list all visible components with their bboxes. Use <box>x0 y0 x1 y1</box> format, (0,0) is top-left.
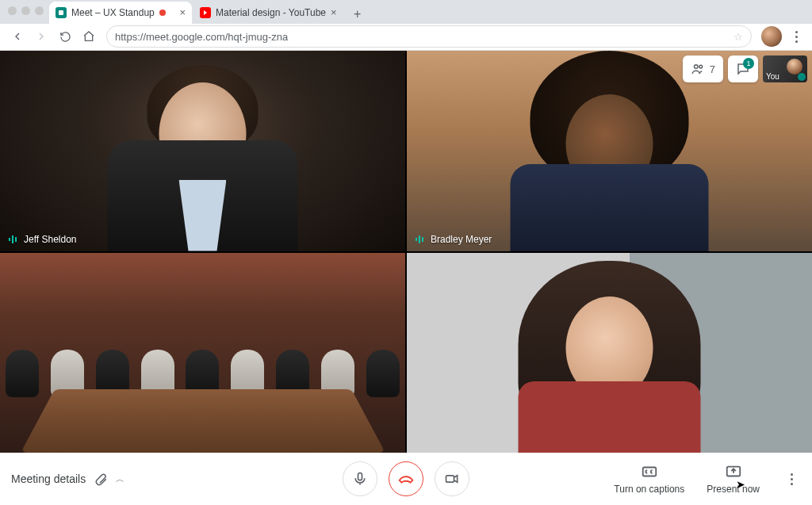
home-button[interactable] <box>78 25 100 48</box>
leave-call-button[interactable] <box>389 461 423 496</box>
reload-button[interactable] <box>54 25 76 48</box>
back-button[interactable] <box>6 25 29 48</box>
captions-button[interactable]: Turn on captions <box>614 463 684 495</box>
new-tab-button[interactable]: + <box>348 5 367 24</box>
browser-menu-button[interactable] <box>787 25 806 48</box>
svg-rect-3 <box>416 238 417 241</box>
participant-video <box>407 253 812 453</box>
speaking-indicator-icon <box>8 234 19 245</box>
tab-title: Material design - YouTube <box>216 7 326 18</box>
meeting-details-button[interactable]: Meeting details ︿ <box>11 472 124 486</box>
meeting-bottom-bar: Meeting details ︿ Turn on captions Prese… <box>0 453 812 505</box>
svg-rect-1 <box>12 235 13 243</box>
present-button[interactable]: Present now <box>707 463 760 495</box>
profile-avatar[interactable] <box>761 26 782 47</box>
participant-name: Jeff Sheldon <box>24 234 77 245</box>
microphone-icon <box>352 471 368 487</box>
call-controls <box>343 461 469 496</box>
svg-rect-9 <box>446 476 454 482</box>
participant-tile[interactable] <box>407 253 812 453</box>
close-window-icon[interactable] <box>8 6 17 15</box>
present-label: Present now <box>707 484 760 495</box>
video-grid: Jeff Sheldon Bradley Meyer 7 1 <box>0 51 812 453</box>
self-label: You <box>766 72 779 81</box>
chat-unread-badge: 1 <box>743 58 754 69</box>
participant-video <box>0 51 405 251</box>
right-controls: Turn on captions Present now <box>614 463 801 495</box>
participant-tile[interactable] <box>0 253 405 453</box>
meeting-hud: 7 1 You <box>683 55 807 82</box>
people-icon <box>691 62 705 76</box>
camera-icon <box>444 471 460 487</box>
tab-strip: Meet – UX Standup × Material design - Yo… <box>0 0 812 24</box>
attachment-icon <box>94 472 108 486</box>
speaking-indicator-icon <box>415 234 426 245</box>
svg-point-7 <box>699 65 703 68</box>
tab-meet[interactable]: Meet – UX Standup × <box>49 2 192 24</box>
youtube-favicon-icon <box>200 7 211 18</box>
participant-tile[interactable]: Jeff Sheldon <box>0 51 405 251</box>
meet-favicon-icon <box>56 7 67 18</box>
minimize-window-icon[interactable] <box>21 6 30 15</box>
svg-rect-10 <box>643 468 657 476</box>
svg-rect-5 <box>422 237 423 242</box>
participant-count: 7 <box>710 63 715 75</box>
participants-button[interactable]: 7 <box>683 55 723 82</box>
maximize-window-icon[interactable] <box>35 6 44 15</box>
chevron-up-icon: ︿ <box>116 473 124 485</box>
recording-indicator-icon <box>159 10 166 16</box>
url-text: https://meet.google.com/hqt-jmug-zna <box>115 31 288 43</box>
toggle-camera-button[interactable] <box>435 461 469 496</box>
tab-title: Meet – UX Standup <box>71 7 155 18</box>
svg-rect-0 <box>9 238 10 241</box>
svg-point-6 <box>694 65 698 69</box>
bookmark-star-icon[interactable]: ☆ <box>733 31 743 43</box>
closed-captions-icon <box>641 463 658 480</box>
svg-rect-2 <box>15 237 17 242</box>
chat-button[interactable]: 1 <box>728 55 758 82</box>
participant-name: Bradley Meyer <box>431 234 492 245</box>
svg-rect-4 <box>419 235 420 243</box>
browser-toolbar: https://meet.google.com/hqt-jmug-zna ☆ <box>0 24 812 50</box>
self-mic-indicator-icon <box>798 73 806 81</box>
meeting-details-label: Meeting details <box>11 472 86 485</box>
captions-label: Turn on captions <box>614 484 684 495</box>
self-view-thumbnail[interactable]: You <box>763 55 807 82</box>
forward-button[interactable] <box>30 25 52 48</box>
close-tab-icon[interactable]: × <box>179 6 186 18</box>
browser-chrome: Meet – UX Standup × Material design - Yo… <box>0 0 812 51</box>
participant-name-overlay: Jeff Sheldon <box>8 234 77 245</box>
participant-tile[interactable]: Bradley Meyer 7 1 You <box>407 51 812 251</box>
participant-name-overlay: Bradley Meyer <box>415 234 492 245</box>
more-options-button[interactable] <box>782 468 801 490</box>
close-tab-icon[interactable]: × <box>331 6 337 18</box>
svg-rect-8 <box>358 473 362 480</box>
present-screen-icon <box>725 463 742 480</box>
mute-mic-button[interactable] <box>343 461 377 496</box>
tab-youtube[interactable]: Material design - YouTube × <box>193 2 343 24</box>
hangup-icon <box>397 470 415 488</box>
address-bar[interactable]: https://meet.google.com/hqt-jmug-zna ☆ <box>106 25 752 48</box>
window-controls[interactable] <box>8 6 44 15</box>
